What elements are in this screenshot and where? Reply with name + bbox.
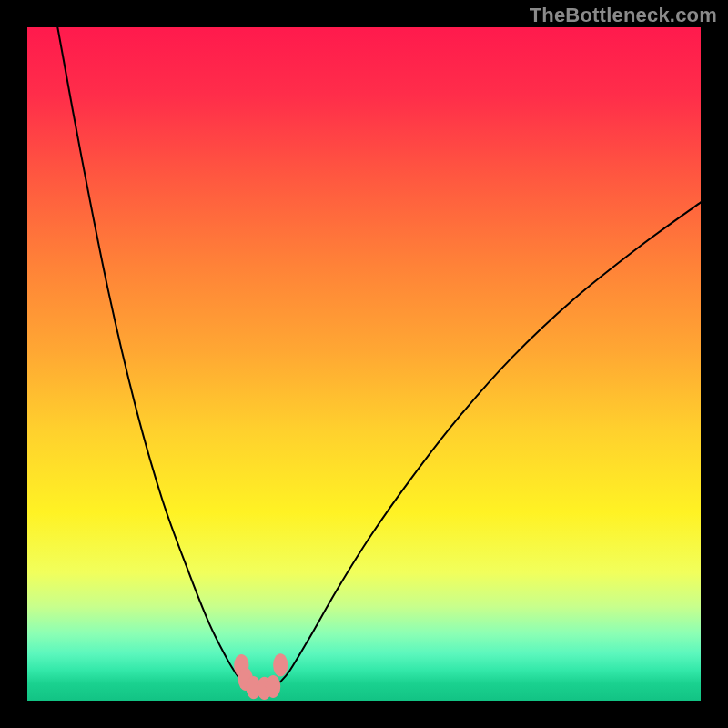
valley-marker [273,653,288,676]
valley-marker [266,675,280,698]
bottleneck-chart [0,0,728,728]
plot-background [27,27,701,701]
watermark-text: TheBottleneck.com [530,4,717,27]
outer-frame: TheBottleneck.com [0,0,728,728]
